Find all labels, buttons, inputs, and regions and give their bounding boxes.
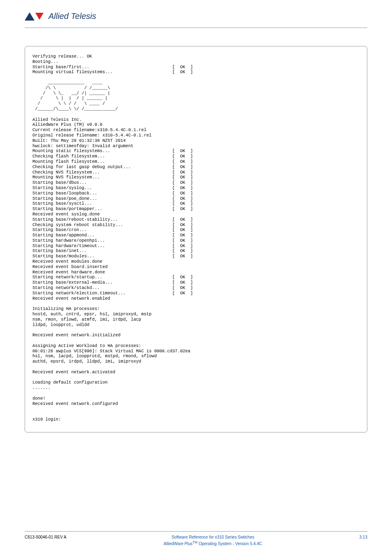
footer-center: Software Reference for x310 Series Switc…	[164, 535, 262, 546]
footer-row: C613-50046-01 REV A Software Reference f…	[25, 535, 367, 546]
tm-icon: TM	[193, 540, 198, 544]
footer-product-prefix: AlliedWare Plus	[164, 541, 192, 546]
page-footer: C613-50046-01 REV A Software Reference f…	[25, 531, 367, 546]
header-rule	[25, 28, 367, 28]
brand-text: Allied Telesis	[48, 12, 96, 21]
footer-rule	[25, 531, 367, 532]
footer-product-suffix: Operating System - Version 5.4.4C	[198, 541, 262, 546]
page-header: Allied Telesis	[0, 0, 392, 23]
footer-subtitle: AlliedWare PlusTM Operating System - Ver…	[164, 540, 262, 546]
logo-triangle2-icon	[35, 13, 44, 20]
footer-title: Software Reference for x310 Series Switc…	[164, 535, 262, 539]
logo-triangle-icon	[25, 12, 35, 21]
terminal-output: Verifying release... OK Booting... Start…	[25, 46, 367, 432]
footer-page-number: 3.13	[360, 535, 367, 539]
footer-doc-number: C613-50046-01 REV A	[25, 535, 67, 539]
